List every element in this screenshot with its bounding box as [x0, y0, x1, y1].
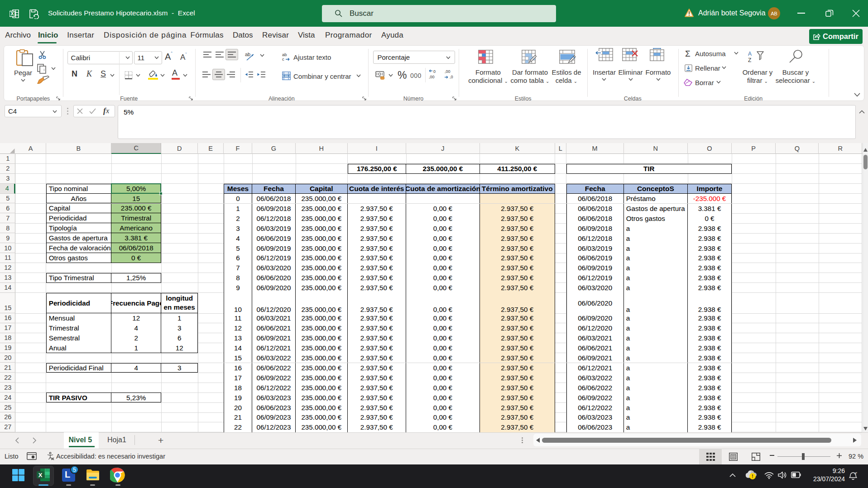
svg-text:z: z — [856, 471, 857, 474]
svg-text:X: X — [38, 472, 43, 478]
